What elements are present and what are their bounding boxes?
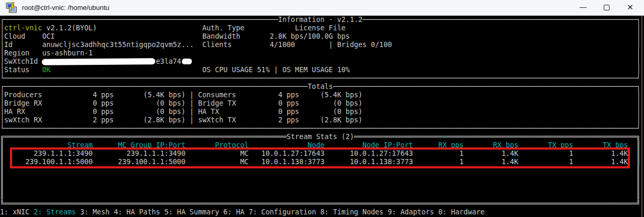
stream-row-1: ║ 239.1.1.1:3490 239.1.1.1:3490 MC 10.0.… xyxy=(0,150,644,158)
terminal-screen[interactable]: ┌───────────────────────────────────────… xyxy=(0,16,644,217)
info-line-region: │Region us-ashburn-1 │ xyxy=(0,49,644,58)
stream-empty-2: ║ ║ xyxy=(0,175,644,183)
info-box-top: ┌───────────────────────────────────────… xyxy=(0,16,644,24)
info-box-bottom: └───────────────────────────────────────… xyxy=(0,74,644,83)
maximize-icon xyxy=(604,5,610,10)
stream-row-2: ║ 239.100.1.1:5000 239.100.1.1:5000 MC 1… xyxy=(0,158,644,166)
swxtchid-redaction-marker-2 xyxy=(182,59,192,64)
swxtchid-redaction-marker xyxy=(42,58,155,65)
totals-line-bridge: │Bridge RX 0 pps (0 bps) | Bridge TX 0 p… xyxy=(0,99,644,108)
close-button[interactable]: ✕ xyxy=(618,0,642,15)
window-controls: ✕ xyxy=(571,0,642,15)
info-line-cloud: │Cloud OCI Bandwidth 2.8K bps/100.0G bps… xyxy=(0,32,644,41)
totals-line-swxtch: │swXtch RX 2 pps (2.8K bps) | swXtch TX … xyxy=(0,116,644,124)
title-bar: root@ctrl-vnic: /home/ubuntu ✕ xyxy=(0,0,644,16)
maximize-button[interactable] xyxy=(595,0,618,15)
stream-box-top: ╔═══════════════════════════════════════… xyxy=(0,133,644,141)
putty-terminal-window: root@ctrl-vnic: /home/ubuntu ✕ ┌────────… xyxy=(0,0,644,217)
stream-header-row: ║ Stream MC Group IP:Port Protocol Node … xyxy=(0,141,644,150)
stream-box-bottom: ╚═══════════════════════════════════════… xyxy=(0,200,644,208)
minimize-button[interactable] xyxy=(571,0,595,15)
info-line-id: │Id anuwcljsc3adhhqc3t55ntigqpo2qvm5z...… xyxy=(0,41,644,49)
info-line-version: │ctrl-vnic v2.1.2(BYOL) Auth. Type Licen… xyxy=(0,24,644,32)
window-edge-scrollbar-line xyxy=(641,16,642,217)
putty-terminal-icon xyxy=(6,2,17,14)
stream-empty-1: ║ ║ xyxy=(0,166,644,175)
hotkey-menu: 1: xNIC 2: Streams 3: Mesh 4: HA Paths 5… xyxy=(0,208,644,216)
stream-empty-4: ║ ║ xyxy=(0,191,644,200)
totals-box-top: ┌───────────────────────────────────────… xyxy=(0,83,644,91)
totals-line-ha: │HA RX 0 pps (0 bps) | HA TX 0 pps (0 bp… xyxy=(0,108,644,116)
totals-box-bottom: └───────────────────────────────────────… xyxy=(0,124,644,133)
totals-line-producers: │Producers 4 pps (5.4K bps) | Consumers … xyxy=(0,91,644,99)
info-line-status: │Status OK OS CPU USAGE 51% | OS MEM USA… xyxy=(0,66,644,74)
stream-empty-3: ║ ║ xyxy=(0,183,644,191)
minimize-icon xyxy=(580,7,586,8)
close-icon: ✕ xyxy=(627,4,634,12)
window-title: root@ctrl-vnic: /home/ubuntu xyxy=(22,4,109,12)
